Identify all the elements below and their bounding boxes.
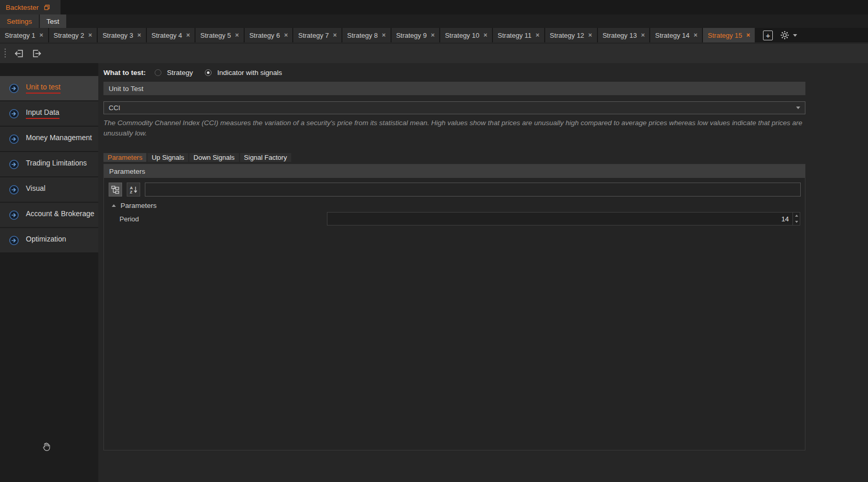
tab-signal-factory[interactable]: Signal Factory [240,153,291,162]
arrow-circle-icon [9,159,19,170]
close-tab-icon[interactable]: × [186,32,190,39]
chevron-down-icon [793,34,797,37]
strategy-tab-label: Strategy 2 [54,32,84,39]
export-settings-button[interactable] [30,47,44,61]
strategy-tab-strategy-15[interactable]: Strategy 15× [703,28,756,42]
what-to-test-options: StrategyIndicator with signals [155,69,294,77]
close-tab-icon[interactable]: × [431,32,435,39]
strategy-tab-label: Strategy 1 [5,32,35,39]
tab-parameters[interactable]: Parameters [103,153,146,162]
arrow-circle-icon [9,210,19,220]
toolbar-grip-handle[interactable] [3,48,8,59]
sidebar-item-label: Trading Limitations [26,159,87,170]
sidebar-item-label: Money Management [26,133,92,144]
close-tab-icon[interactable]: × [333,32,337,39]
strategy-tab-strategy-1[interactable]: Strategy 1× [0,28,49,42]
strategy-tab-strategy-2[interactable]: Strategy 2× [49,28,98,42]
strategy-tab-label: Strategy 13 [603,32,637,39]
close-tab-icon[interactable]: × [694,32,697,39]
close-tab-icon[interactable]: × [137,32,141,39]
restore-window-icon[interactable] [43,4,50,11]
strategy-tab-strategy-10[interactable]: Strategy 10× [440,28,493,42]
strategy-tab-strategy-9[interactable]: Strategy 9× [392,28,441,42]
close-tab-icon[interactable]: × [235,32,239,39]
close-tab-icon[interactable]: × [641,32,645,39]
strategy-tab-strategy-11[interactable]: Strategy 11× [493,28,545,42]
close-tab-icon[interactable]: × [284,32,288,39]
parameter-rows: Period [104,210,805,225]
categorized-view-button[interactable] [109,183,122,197]
parameter-filter-input[interactable] [145,183,801,197]
sidebar-item-label: Input Data [26,108,59,119]
collapse-triangle-icon [112,204,116,207]
alphabetical-sort-button[interactable]: A Z [127,183,140,197]
import-arrow-icon [13,48,24,59]
parameter-editor [327,212,800,225]
spin-up-button[interactable] [793,213,800,219]
settings-content: What to test: StrategyIndicator with sig… [98,63,868,482]
strategy-tab-strategy-13[interactable]: Strategy 13× [598,28,651,42]
close-tab-icon[interactable]: × [484,32,487,39]
close-tab-icon[interactable]: × [746,32,750,39]
sidebar-item-label: Optimization [26,235,66,246]
strategy-tab-label: Strategy 7 [298,32,328,39]
period-value-input[interactable] [327,213,792,225]
sidebar-item-account-brokerage[interactable]: Account & Brokerage [0,203,98,227]
tab-down-signals[interactable]: Down Signals [189,153,239,162]
parameter-group-row[interactable]: Parameters [104,201,805,210]
strategy-tab-label: Strategy 8 [347,32,378,39]
document-tab-backtester[interactable]: Backtester [0,0,61,14]
radio-label: Strategy [167,69,193,77]
strategy-tab-strategy-14[interactable]: Strategy 14× [650,28,703,42]
close-tab-icon[interactable]: × [588,32,592,39]
close-tab-icon[interactable]: × [39,32,43,39]
mode-tab-settings[interactable]: Settings [0,14,39,28]
parameter-group-label: Parameters [121,202,157,209]
hand-icon[interactable] [41,441,52,452]
close-tab-icon[interactable]: × [536,32,540,39]
strategy-tab-label: Strategy 6 [249,32,280,39]
sidebar-item-label: Visual [26,184,46,195]
strategy-tab-strategy-8[interactable]: Strategy 8× [342,28,392,42]
mode-tab-test[interactable]: Test [40,14,66,28]
unit-dropdown-value: CCI [109,104,120,112]
strategy-tab-label: Strategy 5 [200,32,231,39]
tab-up-signals[interactable]: Up Signals [147,153,188,162]
strategy-tab-strategy-6[interactable]: Strategy 6× [245,28,294,42]
add-strategy-button[interactable]: + [763,31,773,40]
value-spinner [792,213,800,225]
backtester-window: Backtester SettingsTest Strategy 1×Strat… [0,0,868,482]
chevron-down-icon [796,107,800,109]
sidebar-item-unit-to-test[interactable]: Unit to test [0,76,98,100]
mode-tab-bar: SettingsTest [0,14,868,28]
arrow-circle-icon [9,109,19,119]
sidebar-item-visual[interactable]: Visual [0,177,98,202]
import-settings-button[interactable] [12,47,26,61]
tab-actions: + [763,28,797,42]
parameters-panel: Parameters [103,164,805,450]
strategy-tab-strategy-7[interactable]: Strategy 7× [293,28,342,42]
sidebar-item-label: Unit to test [26,83,61,94]
radio-option-indicator-with-signals[interactable]: Indicator with signals [205,69,282,77]
close-tab-icon[interactable]: × [88,32,92,39]
strategy-tab-label: Strategy 3 [102,32,133,39]
az-sort-icon: A Z [129,185,138,194]
strategy-tab-strategy-3[interactable]: Strategy 3× [98,28,147,42]
unit-dropdown[interactable]: CCI [103,101,805,114]
radio-option-strategy[interactable]: Strategy [155,69,193,77]
export-arrow-icon [32,48,42,59]
strategy-tab-strategy-5[interactable]: Strategy 5× [196,28,245,42]
plus-icon: + [766,31,770,40]
close-tab-icon[interactable]: × [382,32,385,39]
sidebar-item-trading-limitations[interactable]: Trading Limitations [0,152,98,176]
parameter-row-period: Period [104,212,805,225]
svg-text:Z: Z [130,190,132,194]
strategy-tab-label: Strategy 11 [498,32,532,39]
sidebar-item-optimization[interactable]: Optimization [0,228,98,252]
spin-down-button[interactable] [793,219,800,225]
strategy-tab-strategy-12[interactable]: Strategy 12× [545,28,598,42]
sidebar-item-money-management[interactable]: Money Management [0,127,98,151]
strategy-options-button[interactable] [780,31,797,40]
strategy-tab-strategy-4[interactable]: Strategy 4× [147,28,196,42]
sidebar-item-input-data[interactable]: Input Data [0,101,98,126]
